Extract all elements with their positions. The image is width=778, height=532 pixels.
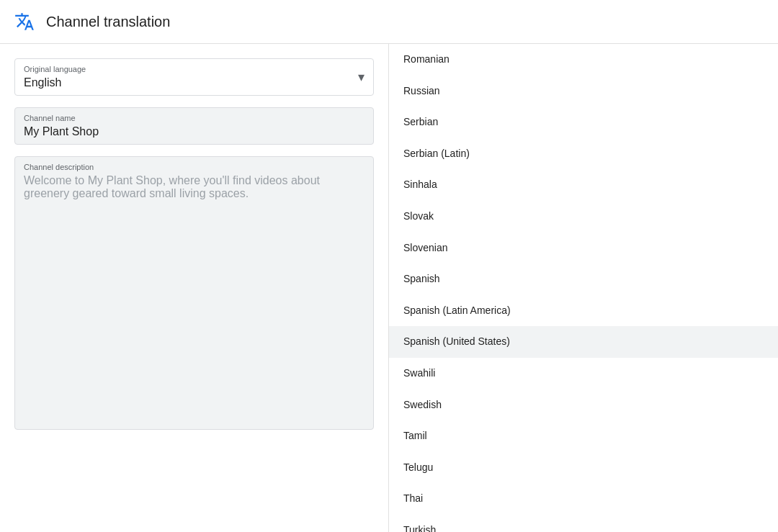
channel-name-field: Channel name My Plant Shop — [14, 107, 374, 145]
language-item[interactable]: Tamil — [389, 420, 778, 452]
language-item[interactable]: Sinhala — [389, 169, 778, 201]
language-item[interactable]: Serbian (Latin) — [389, 138, 778, 170]
language-list: RomanianRussianSerbianSerbian (Latin)Sin… — [389, 44, 778, 532]
dropdown-arrow-icon: ▾ — [358, 69, 365, 85]
language-item[interactable]: Spanish (Latin America) — [389, 295, 778, 327]
language-item[interactable]: Turkish — [389, 515, 778, 532]
language-item[interactable]: Telugu — [389, 452, 778, 484]
language-item[interactable]: Serbian — [389, 107, 778, 138]
language-item[interactable]: Romanian — [389, 44, 778, 76]
original-language-label: Original language — [24, 65, 86, 73]
original-language-value: English — [24, 76, 61, 89]
main-content: Original language English ▾ Channel name… — [0, 44, 778, 532]
original-language-select[interactable]: Original language English ▾ — [14, 58, 374, 96]
language-dropdown-panel[interactable]: RomanianRussianSerbianSerbian (Latin)Sin… — [389, 44, 778, 532]
channel-description-placeholder: Welcome to My Plant Shop, where you'll f… — [24, 174, 320, 199]
channel-name-value: My Plant Shop — [24, 125, 99, 137]
language-item[interactable]: Swahili — [389, 358, 778, 389]
channel-description-field: Channel description Welcome to My Plant … — [14, 156, 374, 430]
language-item[interactable]: Swedish — [389, 389, 778, 421]
left-panel: Original language English ▾ Channel name… — [0, 44, 389, 532]
channel-description-label: Channel description — [24, 163, 365, 171]
language-item[interactable]: Russian — [389, 76, 778, 107]
language-item[interactable]: Thai — [389, 483, 778, 515]
page-header: Channel translation — [0, 0, 778, 44]
language-item[interactable]: Spanish — [389, 263, 778, 295]
page-title: Channel translation — [46, 14, 170, 30]
language-item[interactable]: Spanish (United States) — [389, 326, 778, 358]
translate-icon — [14, 12, 35, 32]
language-item[interactable]: Slovak — [389, 201, 778, 233]
language-item[interactable]: Slovenian — [389, 233, 778, 264]
channel-name-label: Channel name — [24, 114, 365, 122]
